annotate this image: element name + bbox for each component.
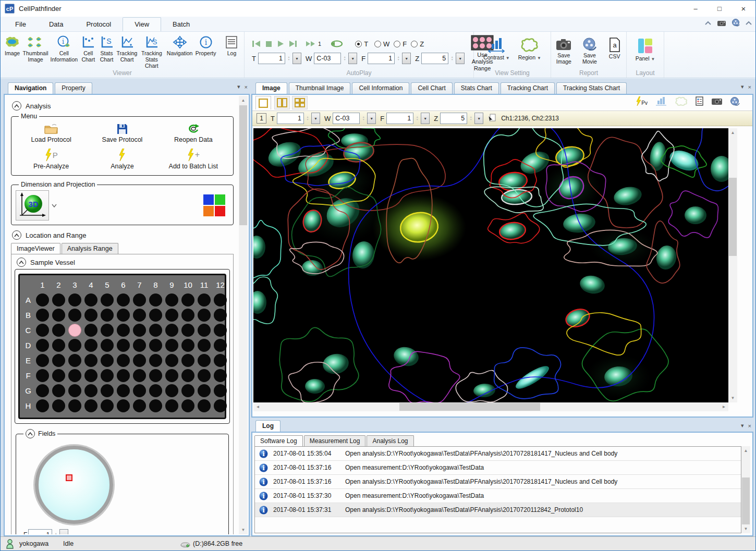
well-E5[interactable] (101, 354, 114, 367)
well-H5[interactable] (101, 399, 114, 412)
well-B11[interactable] (198, 309, 211, 322)
image-w-dropdown[interactable]: ▼ (367, 113, 376, 124)
image-horizontal-scrollbar[interactable]: ◄ ► (253, 402, 728, 411)
well-E8[interactable] (149, 354, 162, 367)
well-H3[interactable] (68, 399, 81, 412)
well-D8[interactable] (149, 339, 162, 352)
load-protocol-button[interactable]: Load Protocol (16, 122, 87, 144)
well-E6[interactable] (117, 354, 130, 367)
tab-analysis-log[interactable]: Analysis Log (367, 435, 413, 446)
save-image-button[interactable]: Save Image (553, 36, 575, 66)
t-dropdown[interactable]: ▼ (292, 53, 301, 64)
well-B9[interactable] (165, 309, 178, 322)
well-D11[interactable] (198, 339, 211, 352)
well-A4[interactable] (84, 293, 97, 307)
z-input[interactable]: 5 (421, 53, 448, 64)
well-H10[interactable] (181, 399, 194, 412)
image-w-input[interactable]: C-03 (333, 113, 360, 124)
well-D4[interactable] (84, 339, 97, 352)
tab-imageviewer[interactable]: ImageViewer (11, 243, 60, 254)
well-D6[interactable] (117, 339, 130, 352)
image-z-dropdown[interactable]: ▼ (474, 113, 483, 124)
well-G4[interactable] (84, 384, 97, 397)
movie-reel-icon[interactable] (730, 97, 740, 106)
well-D10[interactable] (181, 339, 194, 352)
tab-thumbnail-image[interactable]: Thumbnail Image (289, 82, 351, 94)
analyze-button[interactable]: Analyze (87, 148, 157, 171)
well-G1[interactable] (36, 384, 49, 397)
add-to-batch-list-button[interactable]: + Add to Batch List (158, 148, 229, 171)
image-vertical-scrollbar[interactable]: ▲ ▼ (728, 128, 737, 402)
well-G12[interactable] (214, 384, 227, 397)
well-E1[interactable] (36, 354, 49, 367)
four-pane-view-button[interactable] (292, 96, 308, 109)
well-A1[interactable] (36, 293, 49, 307)
f-spinner[interactable]: ▲▼ (396, 53, 401, 64)
pre-analyze-button[interactable]: P Pre-Analyze (16, 148, 87, 171)
well-D1[interactable] (36, 339, 49, 352)
tab-image[interactable]: Image (255, 82, 287, 94)
panel-close-icon[interactable]: × (748, 423, 751, 429)
fast-forward-button[interactable]: 1 (306, 40, 321, 47)
log-panel-tab[interactable]: Log (255, 420, 281, 432)
well-C12[interactable] (214, 324, 227, 337)
well-C11[interactable] (198, 324, 211, 337)
well-G6[interactable] (117, 384, 130, 397)
viewer-tracking-chart-button[interactable]: Tracking Chart (116, 34, 138, 64)
panel-close-icon[interactable]: × (748, 84, 751, 90)
minimize-button[interactable]: – (684, 1, 708, 17)
z-dropdown[interactable]: ▼ (456, 53, 465, 64)
well-H4[interactable] (84, 399, 97, 412)
well-F10[interactable] (181, 369, 194, 382)
well-E12[interactable] (214, 354, 227, 367)
stop-button[interactable] (265, 41, 272, 47)
well-B10[interactable] (181, 309, 194, 322)
well-C7[interactable] (133, 324, 146, 337)
contrast-button[interactable]: Contrast ▼ (483, 36, 510, 62)
fields-f-spinner[interactable]: ▲▼ (53, 529, 58, 534)
well-H8[interactable] (149, 399, 162, 412)
well-D9[interactable] (165, 339, 178, 352)
w-spinner[interactable]: ▲▼ (342, 53, 347, 64)
well-H1[interactable] (36, 399, 49, 412)
well-B5[interactable] (101, 309, 114, 322)
well-G7[interactable] (133, 384, 146, 397)
viewer-property-button[interactable]: i Property (194, 34, 217, 58)
log-row[interactable]: i2017-08-01 15:37:16Open analysis:D:\YRo… (255, 475, 741, 489)
well-C2[interactable] (52, 324, 65, 337)
panel-menu-icon[interactable]: ▾ (741, 83, 744, 90)
left-panel-scrollbar[interactable]: ▲ ▼ (239, 96, 248, 534)
menu-view[interactable]: View (123, 17, 161, 31)
well-F8[interactable] (149, 369, 162, 382)
well-B12[interactable] (214, 309, 227, 322)
csv-button[interactable]: a CSV (605, 36, 624, 61)
viewer-image-button[interactable]: Image (3, 34, 22, 58)
well-H11[interactable] (198, 399, 211, 412)
well-A5[interactable] (101, 293, 114, 307)
well-E3[interactable] (68, 354, 81, 367)
dimension-mode-button[interactable]: 3D (16, 190, 49, 221)
region-icon[interactable] (675, 96, 688, 106)
well-B8[interactable] (149, 309, 162, 322)
log-row[interactable]: i2017-08-01 15:35:04Open analysis:D:\YRo… (255, 447, 741, 461)
tab-measurement-log[interactable]: Measurement Log (304, 435, 366, 446)
image-t-input[interactable]: 1 (277, 113, 304, 124)
panel-menu-icon[interactable]: ▾ (237, 83, 240, 90)
w-input[interactable]: C-03 (314, 53, 341, 64)
camera-icon[interactable] (717, 19, 726, 26)
well-A2[interactable] (52, 293, 65, 307)
well-F9[interactable] (165, 369, 178, 382)
well-A9[interactable] (165, 293, 178, 307)
reopen-data-button[interactable]: Reopen Data (158, 122, 229, 144)
well-G2[interactable] (52, 384, 65, 397)
well-D7[interactable] (133, 339, 146, 352)
well-F1[interactable] (36, 369, 49, 382)
skip-start-button[interactable] (252, 40, 261, 47)
well-G3[interactable] (68, 384, 81, 397)
close-button[interactable]: × (731, 1, 755, 17)
well-C5[interactable] (101, 324, 114, 337)
well-D2[interactable] (52, 339, 65, 352)
well-B6[interactable] (117, 309, 130, 322)
well-C8[interactable] (149, 324, 162, 337)
well-F4[interactable] (84, 369, 97, 382)
